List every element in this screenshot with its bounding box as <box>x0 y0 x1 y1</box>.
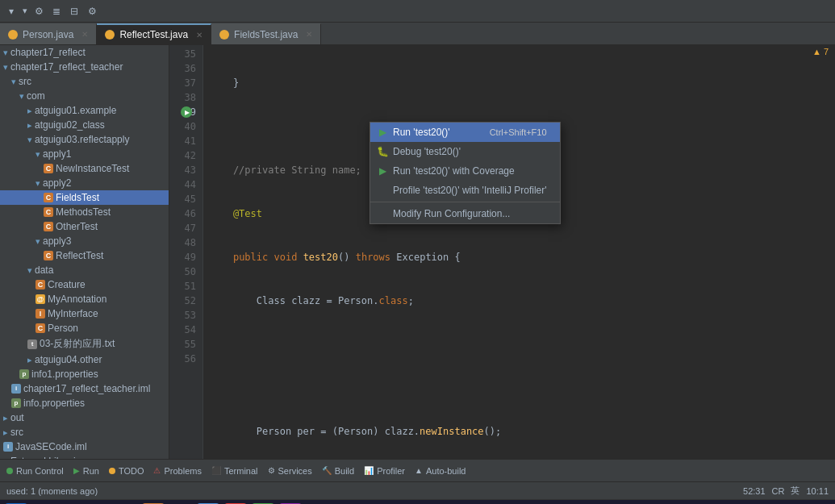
folder-icon: ▾ <box>3 48 8 58</box>
gear-icon[interactable]: ⚙ <box>86 5 98 18</box>
tab-reflecttest-java[interactable]: ReflectTest.java ✕ <box>97 23 211 44</box>
line-num-35: 35 <box>169 47 196 61</box>
sidebar-label: apply2 <box>43 177 71 189</box>
run-item[interactable]: ▶ Run <box>73 466 99 476</box>
sidebar-item-othertest[interactable]: C OtherTest <box>0 219 169 234</box>
terminal-icon: ⬛ <box>211 466 221 475</box>
sidebar-label: apply1 <box>43 148 71 160</box>
menu-item-run[interactable]: ▶ Run 'test20()' Ctrl+Shift+F10 <box>370 123 560 142</box>
status-bar: used: 1 (moments ago) 52:31 CR 英 10:11 <box>0 481 835 499</box>
sidebar-item-iml[interactable]: i chapter17_reflect_teacher.iml <box>0 381 169 396</box>
sidebar-item-myannotation[interactable]: @ MyAnnotation <box>0 292 169 306</box>
sidebar-item-atguigu01[interactable]: ▸ atguigu01.example <box>0 103 169 118</box>
tab-label-3: FieldsTest.java <box>234 29 298 40</box>
folder-icon: ▸ <box>3 427 8 438</box>
line-num-54: 54 <box>169 323 196 337</box>
sidebar-label: atguigu03.reflectapply <box>35 134 129 145</box>
sidebar-label: src <box>19 76 31 87</box>
menu-item-modify[interactable]: Modify Run Configuration... <box>370 204 560 223</box>
sidebar-label: chapter17_reflect_teacher <box>10 61 123 73</box>
line-num-48: 48 <box>169 235 196 250</box>
sidebar-label: MyInterface <box>48 308 98 319</box>
run-control-item[interactable]: Run Control <box>6 466 64 476</box>
services-item[interactable]: ⚙ Services <box>268 466 312 476</box>
tab-close-2[interactable]: ✕ <box>306 30 312 39</box>
tab-fieldstest-java[interactable]: FieldsTest.java ✕ <box>211 23 321 44</box>
sidebar-item-txt[interactable]: t 03-反射的应用.txt <box>0 335 169 352</box>
sidebar-item-javase[interactable]: i JavaSECode.iml <box>0 439 169 454</box>
build-label: Build <box>335 466 354 476</box>
windows-taskbar: ⊞ 🔍 ⧉ 🌐 📁 IJ 🌐 W N S V API ∧ 🔔 🔊 英 ⌨ 10:… <box>0 499 835 504</box>
menu-item-debug[interactable]: 🐛 Debug 'test20()' <box>370 142 560 161</box>
build-icon: 🔨 <box>322 466 332 475</box>
sidebar-label: apply3 <box>43 235 71 247</box>
tab-person-java[interactable]: Person.java ✕ <box>0 23 97 44</box>
code-editor: ▲ 7 35 36 37 38 39 40 41 42 43 44 45 46 … <box>169 45 835 459</box>
folder-icon: ▸ <box>27 355 32 365</box>
sidebar-item-atguigu02[interactable]: ▸ atguigu02_class <box>0 118 169 132</box>
autobuild-icon: ▲ <box>415 466 423 475</box>
sidebar-item-apply3[interactable]: ▾ apply3 <box>0 234 169 248</box>
sidebar-item-src[interactable]: ▾ src <box>0 74 169 89</box>
sidebar-item-com[interactable]: ▾ com <box>0 89 169 103</box>
code-content[interactable]: } //private String name; @Test public vo… <box>203 45 835 459</box>
sidebar-item-myinterface[interactable]: I MyInterface <box>0 306 169 321</box>
class-icon: C <box>35 280 45 289</box>
tab-close-1[interactable]: ✕ <box>196 31 202 40</box>
sidebar-item-fieldstest[interactable]: C FieldsTest <box>0 190 169 205</box>
sidebar-item-src2[interactable]: ▸ src <box>0 425 169 439</box>
line-num-38: 38 <box>169 90 196 105</box>
folder-icon: ▾ <box>11 77 16 87</box>
sidebar-item-teacher[interactable]: ▾ chapter17_reflect_teacher <box>0 60 169 74</box>
line-num-45: 45 <box>169 192 196 206</box>
menu-item-coverage[interactable]: ▶ Run 'test20()' with Coverage <box>370 161 560 181</box>
sidebar-item-atguigu04[interactable]: ▸ atguigu04.other <box>0 352 169 367</box>
build-item[interactable]: 🔨 Build <box>322 466 354 476</box>
menu-icon[interactable]: ▾ <box>5 5 18 18</box>
sidebar-item-extlibs[interactable]: ▸ External Libraries <box>0 454 169 459</box>
sidebar-label: MethodsTest <box>56 206 111 218</box>
sidebar-item-apply1[interactable]: ▾ apply1 <box>0 147 169 161</box>
tab-close-0[interactable]: ✕ <box>81 30 88 39</box>
run-button[interactable]: ▶ <box>181 106 192 118</box>
run-control-label: Run Control <box>16 466 64 476</box>
sidebar-item-reflecttest[interactable]: C ReflectTest <box>0 248 169 263</box>
todo-item[interactable]: TODO <box>109 466 144 476</box>
folder-icon: ▾ <box>35 149 40 160</box>
warning-badge: ▲ 7 <box>812 47 829 56</box>
code-line-41 <box>210 337 829 352</box>
sidebar-label: FieldsTest <box>56 192 99 203</box>
status-encoding: CR <box>772 486 785 496</box>
sidebar-label: External Libraries <box>10 456 86 459</box>
sidebar-item-creature[interactable]: C Creature <box>0 277 169 292</box>
list-icon[interactable]: ≣ <box>50 5 63 18</box>
sidebar-label: atguigu01.example <box>35 105 116 116</box>
settings-icon[interactable]: ⚙ <box>32 5 45 18</box>
sidebar-item-methodstest[interactable]: C MethodsTest <box>0 205 169 219</box>
folder-icon: ▾ <box>19 91 24 102</box>
menu-item-run-label: Run 'test20()' <box>393 127 450 138</box>
sidebar-item-info1[interactable]: p info1.properties <box>0 367 169 381</box>
services-label: Services <box>278 466 312 476</box>
sidebar-label: ReflectTest <box>56 250 103 261</box>
run-arrow-icon: ▶ <box>185 109 190 116</box>
sidebar-item-person[interactable]: C Person <box>0 321 169 335</box>
run-menu-icon: ▶ <box>377 127 388 138</box>
sidebar-item-out[interactable]: ▸ out <box>0 410 169 425</box>
line-num-47: 47 <box>169 221 196 235</box>
sidebar-item-atguigu03[interactable]: ▾ atguigu03.reflectapply <box>0 132 169 147</box>
sidebar-item-data[interactable]: ▾ data <box>0 263 169 277</box>
problems-item[interactable]: ⚠ Problems <box>153 466 201 476</box>
annotation-icon: @ <box>35 294 45 304</box>
sidebar-item-infoprop[interactable]: p info.properties <box>0 396 169 410</box>
terminal-item[interactable]: ⬛ Terminal <box>211 466 258 476</box>
autobuild-item[interactable]: ▲ Auto-build <box>415 466 466 476</box>
sidebar-label: MyAnnotation <box>48 294 106 305</box>
sidebar-item-apply2[interactable]: ▾ apply2 <box>0 176 169 190</box>
profiler-item[interactable]: 📊 Profiler <box>364 466 405 476</box>
sidebar-item-newinstance[interactable]: C NewInstanceTest <box>0 161 169 176</box>
minus-icon[interactable]: ⊟ <box>68 5 81 18</box>
menu-item-profile[interactable]: Profile 'test20()' with 'IntelliJ Profil… <box>370 181 560 200</box>
sidebar-item-chapter17[interactable]: ▾ chapter17_reflect <box>0 45 169 60</box>
code-line-43: Person per = (Person) clazz.newInstance(… <box>210 424 829 439</box>
